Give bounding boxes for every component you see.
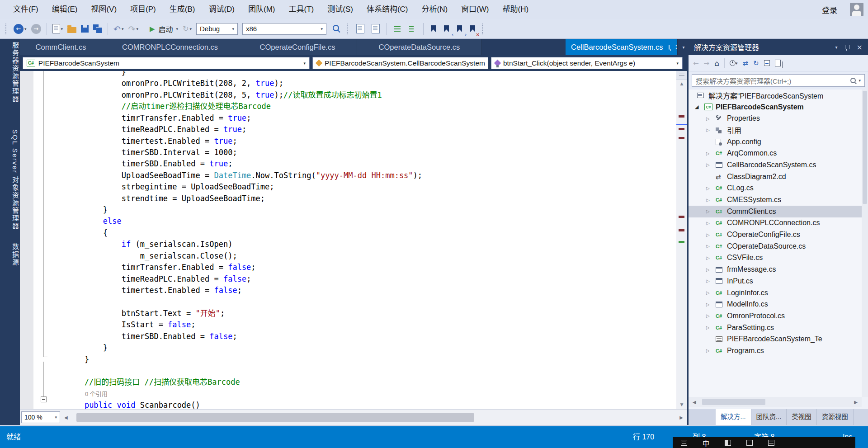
tree-item-InPut.cs[interactable]: ▷InPut.cs (689, 275, 862, 287)
tree-vertical-scrollbar[interactable] (862, 90, 868, 397)
tree-item-Properties[interactable]: ▷Properties (689, 113, 862, 124)
find-in-files-button[interactable] (330, 22, 343, 36)
new-file-button[interactable]: ▾ (51, 22, 65, 36)
tree-item-解决方案“PIEFBarcodeScanSystem[interactable]: 解决方案“PIEFBarcodeScanSystem (689, 90, 862, 101)
tree-item-OmronProtocol.cs[interactable]: ▷C#OmronProtocol.cs (689, 310, 862, 322)
menu-item-5[interactable]: 调试(D) (202, 0, 241, 19)
solution-search-input[interactable]: 搜索解决方案资源管理器(Ctrl+;) ▾ (692, 74, 865, 87)
sync-with-active-document-button[interactable]: ⇄ (742, 59, 748, 67)
menu-item-7[interactable]: 工具(T) (282, 0, 321, 19)
refresh-button[interactable]: ↻ (753, 59, 759, 67)
next-bookmark-button[interactable]: › (454, 22, 465, 36)
user-avatar-icon[interactable] (850, 3, 863, 16)
collapse-all-button[interactable] (764, 60, 770, 66)
type-dropdown[interactable]: PIEFBarcodeScanSystem.CellBarcodeScanSys… (312, 57, 488, 69)
menu-item-6[interactable]: 团队(M) (241, 0, 282, 19)
fullwidth-toggle-icon[interactable] (725, 440, 731, 446)
tool-tab-解决方...[interactable]: 解决方... (716, 409, 751, 425)
redo-button[interactable]: ↷▾ (127, 22, 140, 36)
menu-item-12[interactable]: 帮助(H) (495, 0, 535, 19)
tree-item-PIEFBarcodeScanSystem[interactable]: ◢C#PIEFBarcodeScanSystem (689, 101, 862, 113)
undo-button[interactable]: ↶▾ (112, 22, 125, 36)
editor-indicator-margin[interactable] (20, 71, 33, 409)
close-icon[interactable]: × (857, 43, 863, 52)
project-dropdown[interactable]: C# PIEFBarcodeScanSystem ▾ (23, 57, 310, 69)
menu-item-2[interactable]: 视图(V) (84, 0, 123, 19)
panel-title-bar[interactable]: 解决方案资源管理器 ▾ × (689, 39, 868, 55)
collapsed-arrow-icon[interactable]: ▷ (706, 325, 716, 330)
collapsed-arrow-icon[interactable]: ▷ (706, 127, 716, 132)
start-debug-button[interactable]: ▶启动▾ (148, 22, 179, 36)
scroll-right-icon[interactable]: ▶ (850, 400, 862, 405)
home-icon[interactable]: ⌂ (714, 59, 719, 68)
copy-document-button[interactable] (354, 22, 367, 36)
forward-button[interactable]: → (704, 59, 710, 67)
tree-horizontal-scrollbar[interactable]: ◀ ▶ (689, 397, 862, 407)
collapsed-arrow-icon[interactable]: ▷ (706, 302, 716, 307)
collapsed-arrow-icon[interactable]: ▷ (706, 232, 716, 237)
tab-COperateDataSource.cs[interactable]: COperateDataSource.cs (357, 39, 482, 55)
collapsed-arrow-icon[interactable]: ▷ (706, 116, 716, 121)
scroll-left-icon[interactable]: ◀ (60, 415, 72, 420)
collapsed-arrow-icon[interactable]: ▷ (706, 244, 716, 249)
menu-item-4[interactable]: 生成(B) (163, 0, 202, 19)
left-tab-2[interactable]: 数据源 (0, 243, 20, 266)
scroll-left-icon[interactable]: ◀ (689, 400, 700, 405)
clear-bookmarks-button[interactable]: × (467, 22, 478, 36)
scroll-up-icon[interactable]: ▲ (676, 80, 687, 88)
softkeyboard-icon[interactable] (768, 440, 774, 446)
toolbar-grip[interactable] (347, 24, 350, 34)
toggle-bookmark-button[interactable] (428, 22, 439, 36)
toolbar-grip[interactable] (5, 24, 9, 34)
collapsed-arrow-icon[interactable]: ▷ (706, 209, 716, 214)
scrollbar-thumb[interactable] (76, 413, 474, 422)
menu-item-9[interactable]: 体系结构(C) (360, 0, 415, 19)
window-position-dropdown-icon[interactable]: ▾ (835, 45, 838, 50)
sign-in-button[interactable]: 登录 (822, 4, 837, 15)
scrollbar-thumb[interactable] (702, 399, 765, 405)
ime-mode-label[interactable]: 中 (703, 438, 709, 448)
horizontal-scrollbar[interactable] (72, 410, 676, 425)
expanded-arrow-icon[interactable]: ◢ (695, 104, 704, 110)
pin-icon[interactable] (669, 45, 670, 50)
pending-changes-filter-button[interactable]: ▾ (730, 60, 738, 66)
left-tab-0[interactable]: 服务器资源管理器 (0, 42, 20, 103)
tool-tab-资源视图[interactable]: 资源视图 (817, 409, 854, 425)
tree-item-ArqCommon.cs[interactable]: ▷C#ArqCommon.cs (689, 147, 862, 159)
menu-item-3[interactable]: 项目(P) (123, 0, 163, 19)
navigate-forward-button[interactable]: → (30, 22, 42, 36)
tree-item-ModelInfo.cs[interactable]: ▷ModelInfo.cs (689, 298, 862, 310)
tree-item-CMESSystem.cs[interactable]: ▷C#CMESSystem.cs (689, 194, 862, 206)
tree-item-COMRONPLCConnection.cs[interactable]: ▷C#COMRONPLCConnection.cs (689, 217, 862, 229)
scrollbar-thumb[interactable] (863, 91, 867, 204)
tree-item-ParaSetting.cs[interactable]: ▷C#ParaSetting.cs (689, 322, 862, 334)
fold-collapse-icon[interactable] (41, 396, 47, 402)
collapsed-arrow-icon[interactable]: ▷ (706, 186, 716, 191)
tree-item-CLog.cs[interactable]: ▷C#CLog.cs (689, 183, 862, 194)
member-dropdown[interactable]: btnStart_Click(object sender, EventArgs … (491, 57, 683, 69)
tree-item-CommClient.cs[interactable]: ▷C#CommClient.cs (689, 206, 862, 217)
tree-item-App.config[interactable]: App.config (689, 136, 862, 148)
menu-item-10[interactable]: 分析(N) (415, 0, 455, 19)
collapsed-arrow-icon[interactable]: ▷ (706, 162, 716, 167)
save-all-button[interactable] (92, 22, 104, 36)
collapsed-arrow-icon[interactable]: ▷ (706, 313, 716, 318)
collapsed-arrow-icon[interactable]: ▷ (706, 255, 716, 260)
pin-icon[interactable] (845, 45, 849, 49)
collapsed-arrow-icon[interactable]: ▷ (706, 348, 716, 353)
previous-bookmark-button[interactable]: ‹ (441, 22, 452, 36)
tree-item-ClassDiagram2.cd[interactable]: ⇄ClassDiagram2.cd (689, 171, 862, 183)
scrollbar-track[interactable] (700, 397, 850, 407)
collapsed-arrow-icon[interactable]: ▷ (706, 290, 716, 295)
tree-item-Program.cs[interactable]: ▷C#Program.cs (689, 345, 862, 357)
comment-lines-button[interactable] (391, 22, 404, 36)
editor-vertical-scrollbar[interactable] (676, 71, 687, 409)
tab-COperateConfigFile.cs[interactable]: COperateConfigFile.cs (238, 39, 357, 55)
tree-item-frmMessage.cs[interactable]: ▷frmMessage.cs (689, 264, 862, 275)
menu-item-1[interactable]: 编辑(E) (45, 0, 85, 19)
code-editor[interactable]: } omronPro.PLCWriteBit(208, 2, true); om… (33, 71, 676, 409)
document-list-dropdown[interactable]: ▾ (679, 39, 689, 55)
toolbar-grip[interactable] (482, 24, 485, 34)
punctuation-toggle-icon[interactable] (746, 440, 753, 446)
tree-item-LoginInfor.cs[interactable]: ▷C#LoginInfor.cs (689, 287, 862, 299)
